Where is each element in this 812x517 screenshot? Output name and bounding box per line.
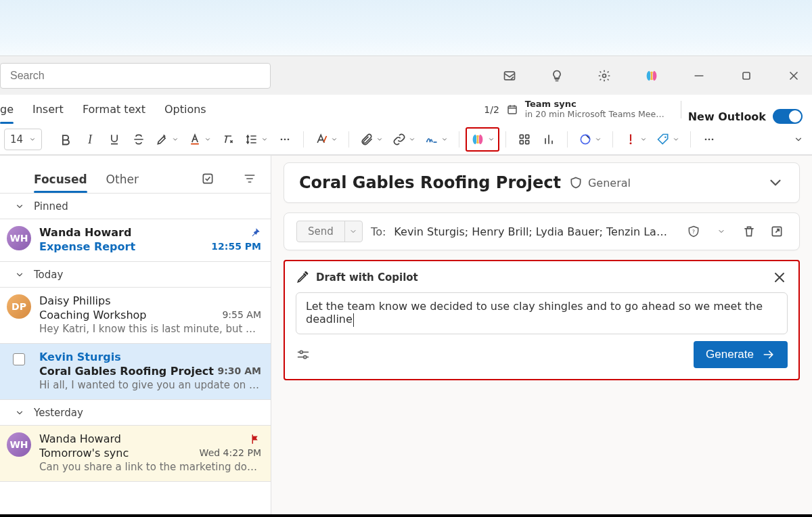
copilot-icon[interactable] — [637, 62, 666, 90]
line-spacing-button[interactable] — [241, 128, 272, 151]
mail-notes-icon[interactable] — [495, 62, 524, 90]
send-split-button[interactable]: Send — [296, 221, 363, 242]
meeting-count: 1/2 — [484, 104, 499, 115]
popout-button[interactable] — [767, 221, 787, 242]
window-close[interactable] — [780, 62, 808, 90]
generate-label: Generate — [706, 348, 754, 361]
bold-button[interactable] — [54, 128, 77, 151]
message-item-selected[interactable]: Kevin Sturgis Coral Gables Roofing Proje… — [0, 344, 271, 400]
group-yesterday[interactable]: Yesterday — [0, 400, 271, 426]
pin-icon — [249, 227, 261, 239]
chevron-down-icon[interactable] — [767, 174, 784, 192]
chevron-down-icon — [15, 202, 24, 211]
message-sender: Daisy Phillips — [39, 294, 111, 307]
meeting-title: Team sync — [525, 99, 664, 110]
chevron-down-icon — [29, 136, 36, 143]
tips-icon[interactable] — [543, 62, 571, 90]
message-item-flagged[interactable]: WH Wanda Howard Tomorrow's sync Wed 4:22… — [0, 426, 271, 482]
group-label: Pinned — [34, 200, 68, 212]
more-commands-button[interactable] — [698, 128, 721, 151]
sensitivity-label[interactable]: General — [588, 177, 631, 189]
filter-button[interactable] — [238, 167, 261, 190]
highlight-button[interactable] — [152, 128, 183, 151]
search-input[interactable] — [9, 69, 262, 83]
signature-button[interactable] — [421, 128, 452, 151]
close-icon[interactable] — [771, 269, 788, 286]
group-pinned[interactable]: Pinned — [0, 194, 271, 219]
collapse-ribbon-button[interactable] — [789, 130, 808, 149]
window-maximize[interactable] — [732, 62, 761, 90]
italic-button[interactable]: I — [78, 128, 102, 151]
tab-options[interactable]: Options — [164, 95, 206, 124]
attach-button[interactable] — [356, 128, 387, 151]
generate-button[interactable]: Generate — [694, 341, 788, 368]
font-size-select[interactable]: 14 — [4, 129, 42, 150]
clear-formatting-button[interactable] — [217, 128, 240, 151]
sensitivity-button[interactable] — [683, 221, 703, 242]
select-mode-button[interactable] — [196, 167, 219, 190]
chevron-down-icon — [15, 270, 24, 279]
tab-insert[interactable]: Insert — [32, 95, 64, 124]
copilot-panel-title: Draft with Copilot — [316, 271, 418, 284]
to-recipients[interactable]: Kevin Sturgis; Henry Brill; Lydia Bauer;… — [394, 225, 667, 238]
copilot-prompt-text: Let the team know we decided to use clay… — [306, 300, 777, 327]
tab-format-text[interactable]: Format text — [83, 95, 145, 124]
main-area: Focused Other Pinned WH Wanda Howard Exp… — [0, 155, 812, 517]
tag-button[interactable] — [652, 128, 683, 151]
high-importance-button[interactable] — [620, 128, 651, 151]
group-label: Today — [34, 269, 63, 281]
message-time: 9:55 AM — [222, 309, 261, 320]
send-button[interactable]: Send — [297, 221, 345, 242]
strikethrough-button[interactable] — [127, 128, 150, 151]
titlebar — [0, 55, 812, 95]
copilot-toolbar-button[interactable] — [466, 128, 499, 151]
adjust-options-icon[interactable] — [296, 347, 311, 362]
apps-button[interactable] — [513, 128, 536, 151]
copilot-icon — [470, 132, 485, 147]
message-sender: Wanda Howard — [39, 226, 131, 239]
avatar: WH — [7, 432, 31, 457]
conversation-title: Coral Gables Roofing Project — [299, 173, 561, 192]
divider — [681, 101, 681, 118]
chevron-down-icon — [488, 136, 495, 143]
discard-draft-button[interactable] — [740, 221, 759, 242]
avatar: DP — [7, 294, 31, 319]
formatting-toolbar: 14 I — [0, 125, 812, 155]
calendar-icon — [506, 104, 518, 116]
link-button[interactable] — [388, 128, 420, 151]
more-formatting-button[interactable] — [273, 128, 296, 151]
copilot-draft-panel: Draft with Copilot Let the team know we … — [284, 260, 800, 380]
avatar: WH — [7, 226, 31, 250]
tab-other[interactable]: Other — [106, 173, 139, 193]
upcoming-meeting[interactable]: 1/2 Team sync in 20 min Microsoft Teams … — [474, 95, 673, 124]
message-item[interactable]: DP Daisy Phillips Coaching Workshop 9:55… — [0, 288, 271, 344]
message-time: 9:30 AM — [218, 365, 261, 376]
bottom-edge — [0, 514, 812, 517]
search-box[interactable] — [0, 63, 271, 89]
window-minimize[interactable] — [685, 62, 713, 90]
loop-button[interactable] — [574, 128, 606, 151]
styles-button[interactable] — [311, 128, 342, 151]
new-outlook-toggle[interactable]: New Outlook — [688, 109, 812, 124]
message-subject: Expense Report — [39, 240, 135, 253]
tab-message[interactable]: ge — [0, 95, 14, 124]
group-today[interactable]: Today — [0, 262, 271, 288]
message-sender: Kevin Sturgis — [39, 351, 121, 363]
message-list-pane: Focused Other Pinned WH Wanda Howard Exp… — [0, 156, 271, 517]
message-preview: Hi all, I wanted to give you an update o… — [39, 379, 261, 391]
underline-button[interactable] — [103, 128, 126, 151]
sensitivity-options[interactable] — [711, 221, 731, 242]
font-color-button[interactable] — [184, 128, 215, 151]
message-subject: Tomorrow's sync — [39, 447, 129, 459]
tab-focused[interactable]: Focused — [34, 173, 87, 193]
copilot-prompt-input[interactable]: Let the team know we decided to use clay… — [296, 292, 788, 334]
group-label: Yesterday — [34, 407, 83, 419]
toggle-switch[interactable] — [773, 109, 803, 124]
message-item[interactable]: WH Wanda Howard Expense Report 12:55 PM — [0, 219, 271, 262]
message-preview: Hey Katri, I know this is last minute, b… — [39, 323, 261, 335]
message-checkbox[interactable] — [13, 353, 25, 365]
meeting-subtitle: in 20 min Microsoft Teams Mee… — [525, 110, 664, 119]
poll-button[interactable] — [537, 128, 560, 151]
send-options-button[interactable] — [345, 227, 362, 235]
settings-icon[interactable] — [590, 62, 618, 90]
